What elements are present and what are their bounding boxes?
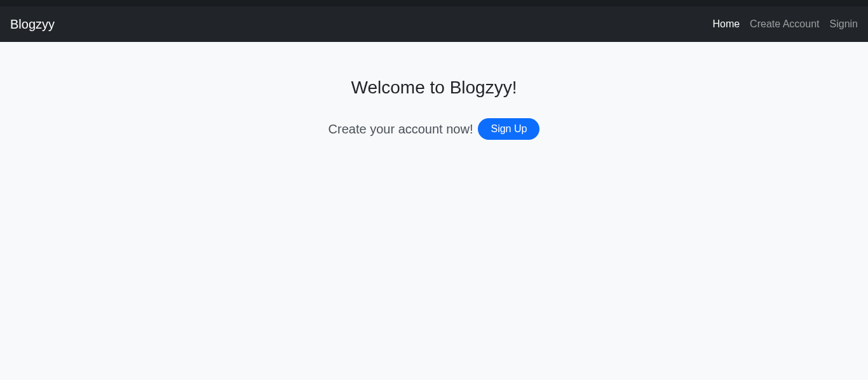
welcome-heading: Welcome to Blogzyy! (0, 78, 868, 98)
nav-link-create-account[interactable]: Create Account (750, 18, 819, 29)
navbar-nav: Home Create Account Signin (712, 18, 858, 30)
navbar: Blogzyy Home Create Account Signin (0, 6, 868, 42)
nav-link-signin[interactable]: Signin (830, 18, 858, 29)
top-shadow-bar (0, 0, 868, 6)
nav-link-home[interactable]: Home (712, 18, 740, 29)
cta-text: Create your account now! (329, 122, 473, 137)
main-content: Welcome to Blogzyy! Create your account … (0, 42, 868, 140)
cta-row: Create your account now! Sign Up (0, 118, 868, 140)
navbar-brand[interactable]: Blogzyy (10, 17, 55, 32)
signup-button[interactable]: Sign Up (478, 118, 539, 140)
